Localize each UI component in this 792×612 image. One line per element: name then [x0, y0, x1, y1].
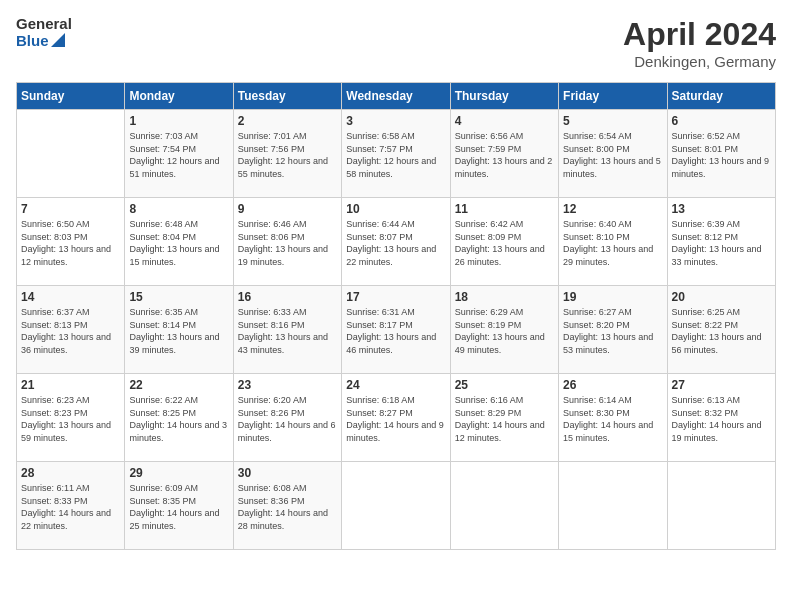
- cell-info: Sunrise: 6:56 AMSunset: 7:59 PMDaylight:…: [455, 130, 554, 180]
- logo: General Blue: [16, 16, 72, 49]
- week-row-0: 1 Sunrise: 7:03 AMSunset: 7:54 PMDayligh…: [17, 110, 776, 198]
- day-number: 29: [129, 466, 228, 480]
- calendar-cell: [450, 462, 558, 550]
- cell-info: Sunrise: 6:58 AMSunset: 7:57 PMDaylight:…: [346, 130, 445, 180]
- header-wednesday: Wednesday: [342, 83, 450, 110]
- day-number: 24: [346, 378, 445, 392]
- cell-info: Sunrise: 6:35 AMSunset: 8:14 PMDaylight:…: [129, 306, 228, 356]
- calendar-header-row: SundayMondayTuesdayWednesdayThursdayFrid…: [17, 83, 776, 110]
- header-saturday: Saturday: [667, 83, 775, 110]
- cell-info: Sunrise: 7:03 AMSunset: 7:54 PMDaylight:…: [129, 130, 228, 180]
- month-title: April 2024: [623, 16, 776, 53]
- header-sunday: Sunday: [17, 83, 125, 110]
- day-number: 25: [455, 378, 554, 392]
- day-number: 16: [238, 290, 337, 304]
- day-number: 27: [672, 378, 771, 392]
- cell-info: Sunrise: 6:22 AMSunset: 8:25 PMDaylight:…: [129, 394, 228, 444]
- calendar-cell: 23 Sunrise: 6:20 AMSunset: 8:26 PMDaylig…: [233, 374, 341, 462]
- cell-info: Sunrise: 6:33 AMSunset: 8:16 PMDaylight:…: [238, 306, 337, 356]
- calendar-cell: 17 Sunrise: 6:31 AMSunset: 8:17 PMDaylig…: [342, 286, 450, 374]
- week-row-2: 14 Sunrise: 6:37 AMSunset: 8:13 PMDaylig…: [17, 286, 776, 374]
- cell-info: Sunrise: 6:23 AMSunset: 8:23 PMDaylight:…: [21, 394, 120, 444]
- calendar-cell: 20 Sunrise: 6:25 AMSunset: 8:22 PMDaylig…: [667, 286, 775, 374]
- day-number: 8: [129, 202, 228, 216]
- day-number: 26: [563, 378, 662, 392]
- calendar-cell: 9 Sunrise: 6:46 AMSunset: 8:06 PMDayligh…: [233, 198, 341, 286]
- calendar-cell: 7 Sunrise: 6:50 AMSunset: 8:03 PMDayligh…: [17, 198, 125, 286]
- cell-info: Sunrise: 6:52 AMSunset: 8:01 PMDaylight:…: [672, 130, 771, 180]
- cell-info: Sunrise: 6:31 AMSunset: 8:17 PMDaylight:…: [346, 306, 445, 356]
- day-number: 15: [129, 290, 228, 304]
- day-number: 1: [129, 114, 228, 128]
- cell-info: Sunrise: 6:44 AMSunset: 8:07 PMDaylight:…: [346, 218, 445, 268]
- cell-info: Sunrise: 6:09 AMSunset: 8:35 PMDaylight:…: [129, 482, 228, 532]
- cell-info: Sunrise: 6:37 AMSunset: 8:13 PMDaylight:…: [21, 306, 120, 356]
- week-row-4: 28 Sunrise: 6:11 AMSunset: 8:33 PMDaylig…: [17, 462, 776, 550]
- calendar-cell: 26 Sunrise: 6:14 AMSunset: 8:30 PMDaylig…: [559, 374, 667, 462]
- day-number: 11: [455, 202, 554, 216]
- calendar-table: SundayMondayTuesdayWednesdayThursdayFrid…: [16, 82, 776, 550]
- calendar-cell: [667, 462, 775, 550]
- calendar-cell: 15 Sunrise: 6:35 AMSunset: 8:14 PMDaylig…: [125, 286, 233, 374]
- calendar-cell: 22 Sunrise: 6:22 AMSunset: 8:25 PMDaylig…: [125, 374, 233, 462]
- calendar-cell: 8 Sunrise: 6:48 AMSunset: 8:04 PMDayligh…: [125, 198, 233, 286]
- day-number: 22: [129, 378, 228, 392]
- cell-info: Sunrise: 6:48 AMSunset: 8:04 PMDaylight:…: [129, 218, 228, 268]
- week-row-1: 7 Sunrise: 6:50 AMSunset: 8:03 PMDayligh…: [17, 198, 776, 286]
- cell-info: Sunrise: 6:20 AMSunset: 8:26 PMDaylight:…: [238, 394, 337, 444]
- header-thursday: Thursday: [450, 83, 558, 110]
- day-number: 28: [21, 466, 120, 480]
- cell-info: Sunrise: 6:54 AMSunset: 8:00 PMDaylight:…: [563, 130, 662, 180]
- cell-info: Sunrise: 6:27 AMSunset: 8:20 PMDaylight:…: [563, 306, 662, 356]
- day-number: 18: [455, 290, 554, 304]
- calendar-cell: [559, 462, 667, 550]
- page-header: General Blue April 2024 Denkingen, Germa…: [16, 16, 776, 70]
- cell-info: Sunrise: 6:11 AMSunset: 8:33 PMDaylight:…: [21, 482, 120, 532]
- calendar-cell: 28 Sunrise: 6:11 AMSunset: 8:33 PMDaylig…: [17, 462, 125, 550]
- cell-info: Sunrise: 6:42 AMSunset: 8:09 PMDaylight:…: [455, 218, 554, 268]
- cell-info: Sunrise: 6:18 AMSunset: 8:27 PMDaylight:…: [346, 394, 445, 444]
- calendar-cell: 2 Sunrise: 7:01 AMSunset: 7:56 PMDayligh…: [233, 110, 341, 198]
- cell-info: Sunrise: 6:13 AMSunset: 8:32 PMDaylight:…: [672, 394, 771, 444]
- cell-info: Sunrise: 6:39 AMSunset: 8:12 PMDaylight:…: [672, 218, 771, 268]
- calendar-cell: 12 Sunrise: 6:40 AMSunset: 8:10 PMDaylig…: [559, 198, 667, 286]
- calendar-cell: 25 Sunrise: 6:16 AMSunset: 8:29 PMDaylig…: [450, 374, 558, 462]
- cell-info: Sunrise: 6:25 AMSunset: 8:22 PMDaylight:…: [672, 306, 771, 356]
- day-number: 20: [672, 290, 771, 304]
- cell-info: Sunrise: 6:29 AMSunset: 8:19 PMDaylight:…: [455, 306, 554, 356]
- day-number: 23: [238, 378, 337, 392]
- calendar-cell: 4 Sunrise: 6:56 AMSunset: 7:59 PMDayligh…: [450, 110, 558, 198]
- day-number: 12: [563, 202, 662, 216]
- cell-info: Sunrise: 6:14 AMSunset: 8:30 PMDaylight:…: [563, 394, 662, 444]
- calendar-cell: 14 Sunrise: 6:37 AMSunset: 8:13 PMDaylig…: [17, 286, 125, 374]
- calendar-cell: 5 Sunrise: 6:54 AMSunset: 8:00 PMDayligh…: [559, 110, 667, 198]
- calendar-cell: 16 Sunrise: 6:33 AMSunset: 8:16 PMDaylig…: [233, 286, 341, 374]
- day-number: 30: [238, 466, 337, 480]
- calendar-cell: 19 Sunrise: 6:27 AMSunset: 8:20 PMDaylig…: [559, 286, 667, 374]
- cell-info: Sunrise: 6:50 AMSunset: 8:03 PMDaylight:…: [21, 218, 120, 268]
- logo-blue: Blue: [16, 33, 49, 50]
- day-number: 19: [563, 290, 662, 304]
- calendar-cell: 13 Sunrise: 6:39 AMSunset: 8:12 PMDaylig…: [667, 198, 775, 286]
- calendar-cell: 10 Sunrise: 6:44 AMSunset: 8:07 PMDaylig…: [342, 198, 450, 286]
- calendar-cell: 29 Sunrise: 6:09 AMSunset: 8:35 PMDaylig…: [125, 462, 233, 550]
- day-number: 7: [21, 202, 120, 216]
- calendar-cell: 24 Sunrise: 6:18 AMSunset: 8:27 PMDaylig…: [342, 374, 450, 462]
- day-number: 13: [672, 202, 771, 216]
- day-number: 10: [346, 202, 445, 216]
- day-number: 14: [21, 290, 120, 304]
- day-number: 6: [672, 114, 771, 128]
- day-number: 5: [563, 114, 662, 128]
- logo-triangle-icon: [51, 33, 65, 47]
- header-monday: Monday: [125, 83, 233, 110]
- day-number: 21: [21, 378, 120, 392]
- calendar-cell: 11 Sunrise: 6:42 AMSunset: 8:09 PMDaylig…: [450, 198, 558, 286]
- calendar-cell: 3 Sunrise: 6:58 AMSunset: 7:57 PMDayligh…: [342, 110, 450, 198]
- cell-info: Sunrise: 7:01 AMSunset: 7:56 PMDaylight:…: [238, 130, 337, 180]
- day-number: 2: [238, 114, 337, 128]
- cell-info: Sunrise: 6:46 AMSunset: 8:06 PMDaylight:…: [238, 218, 337, 268]
- calendar-cell: 21 Sunrise: 6:23 AMSunset: 8:23 PMDaylig…: [17, 374, 125, 462]
- calendar-cell: 6 Sunrise: 6:52 AMSunset: 8:01 PMDayligh…: [667, 110, 775, 198]
- day-number: 3: [346, 114, 445, 128]
- day-number: 4: [455, 114, 554, 128]
